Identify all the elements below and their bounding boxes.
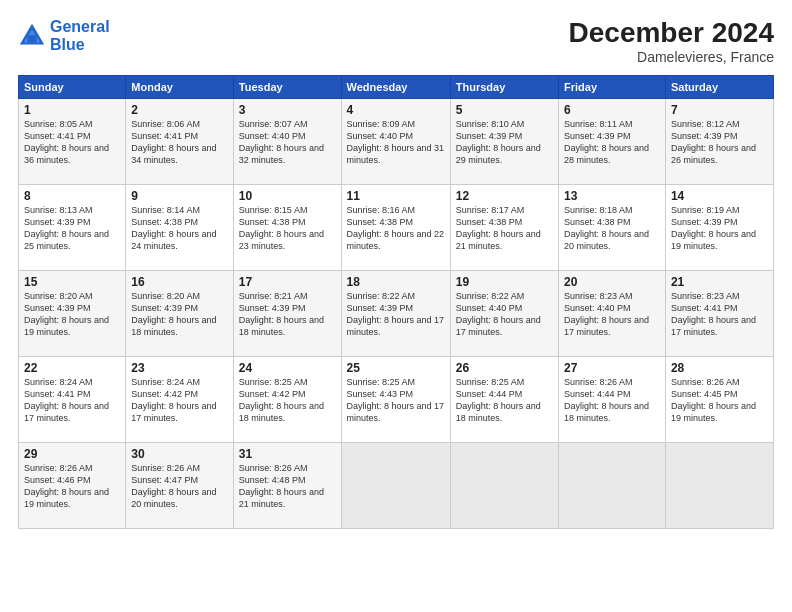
day-number: 17 <box>239 275 336 289</box>
day-detail: Sunrise: 8:11 AM Sunset: 4:39 PM Dayligh… <box>564 118 660 167</box>
day-detail: Sunrise: 8:25 AM Sunset: 4:44 PM Dayligh… <box>456 376 553 425</box>
day-number: 29 <box>24 447 120 461</box>
day-number: 12 <box>456 189 553 203</box>
calendar-week-row: 29 Sunrise: 8:26 AM Sunset: 4:46 PM Dayl… <box>19 442 774 528</box>
day-detail: Sunrise: 8:20 AM Sunset: 4:39 PM Dayligh… <box>24 290 120 339</box>
subtitle: Damelevieres, France <box>569 49 774 65</box>
calendar-cell: 13 Sunrise: 8:18 AM Sunset: 4:38 PM Dayl… <box>559 184 666 270</box>
day-number: 28 <box>671 361 768 375</box>
day-detail: Sunrise: 8:26 AM Sunset: 4:45 PM Dayligh… <box>671 376 768 425</box>
calendar-cell: 17 Sunrise: 8:21 AM Sunset: 4:39 PM Dayl… <box>233 270 341 356</box>
day-detail: Sunrise: 8:16 AM Sunset: 4:38 PM Dayligh… <box>347 204 445 253</box>
day-detail: Sunrise: 8:25 AM Sunset: 4:43 PM Dayligh… <box>347 376 445 425</box>
day-detail: Sunrise: 8:26 AM Sunset: 4:46 PM Dayligh… <box>24 462 120 511</box>
day-detail: Sunrise: 8:15 AM Sunset: 4:38 PM Dayligh… <box>239 204 336 253</box>
calendar-cell: 19 Sunrise: 8:22 AM Sunset: 4:40 PM Dayl… <box>450 270 558 356</box>
day-detail: Sunrise: 8:22 AM Sunset: 4:39 PM Dayligh… <box>347 290 445 339</box>
calendar-cell: 4 Sunrise: 8:09 AM Sunset: 4:40 PM Dayli… <box>341 98 450 184</box>
logo-text: General Blue <box>50 18 110 53</box>
day-number: 23 <box>131 361 228 375</box>
day-number: 7 <box>671 103 768 117</box>
day-detail: Sunrise: 8:26 AM Sunset: 4:44 PM Dayligh… <box>564 376 660 425</box>
day-number: 3 <box>239 103 336 117</box>
calendar-cell: 10 Sunrise: 8:15 AM Sunset: 4:38 PM Dayl… <box>233 184 341 270</box>
day-number: 14 <box>671 189 768 203</box>
day-header-monday: Monday <box>126 75 234 98</box>
day-number: 4 <box>347 103 445 117</box>
calendar-week-row: 8 Sunrise: 8:13 AM Sunset: 4:39 PM Dayli… <box>19 184 774 270</box>
day-number: 16 <box>131 275 228 289</box>
day-number: 22 <box>24 361 120 375</box>
day-number: 26 <box>456 361 553 375</box>
day-number: 21 <box>671 275 768 289</box>
day-number: 19 <box>456 275 553 289</box>
calendar-cell: 16 Sunrise: 8:20 AM Sunset: 4:39 PM Dayl… <box>126 270 234 356</box>
logo: General Blue <box>18 18 110 53</box>
day-number: 5 <box>456 103 553 117</box>
calendar-cell: 5 Sunrise: 8:10 AM Sunset: 4:39 PM Dayli… <box>450 98 558 184</box>
day-header-friday: Friday <box>559 75 666 98</box>
day-detail: Sunrise: 8:07 AM Sunset: 4:40 PM Dayligh… <box>239 118 336 167</box>
svg-rect-2 <box>27 35 36 42</box>
day-number: 30 <box>131 447 228 461</box>
title-block: December 2024 Damelevieres, France <box>569 18 774 65</box>
calendar-week-row: 22 Sunrise: 8:24 AM Sunset: 4:41 PM Dayl… <box>19 356 774 442</box>
day-detail: Sunrise: 8:12 AM Sunset: 4:39 PM Dayligh… <box>671 118 768 167</box>
calendar-cell: 29 Sunrise: 8:26 AM Sunset: 4:46 PM Dayl… <box>19 442 126 528</box>
calendar-week-row: 15 Sunrise: 8:20 AM Sunset: 4:39 PM Dayl… <box>19 270 774 356</box>
calendar-cell: 2 Sunrise: 8:06 AM Sunset: 4:41 PM Dayli… <box>126 98 234 184</box>
calendar-cell: 21 Sunrise: 8:23 AM Sunset: 4:41 PM Dayl… <box>665 270 773 356</box>
calendar-cell: 12 Sunrise: 8:17 AM Sunset: 4:38 PM Dayl… <box>450 184 558 270</box>
day-detail: Sunrise: 8:10 AM Sunset: 4:39 PM Dayligh… <box>456 118 553 167</box>
day-number: 24 <box>239 361 336 375</box>
day-detail: Sunrise: 8:26 AM Sunset: 4:47 PM Dayligh… <box>131 462 228 511</box>
logo-icon <box>18 22 46 50</box>
calendar-cell <box>450 442 558 528</box>
calendar-cell: 26 Sunrise: 8:25 AM Sunset: 4:44 PM Dayl… <box>450 356 558 442</box>
day-number: 1 <box>24 103 120 117</box>
calendar-cell: 18 Sunrise: 8:22 AM Sunset: 4:39 PM Dayl… <box>341 270 450 356</box>
page: General Blue December 2024 Damelevieres,… <box>0 0 792 612</box>
day-detail: Sunrise: 8:13 AM Sunset: 4:39 PM Dayligh… <box>24 204 120 253</box>
calendar-cell: 24 Sunrise: 8:25 AM Sunset: 4:42 PM Dayl… <box>233 356 341 442</box>
day-number: 13 <box>564 189 660 203</box>
day-detail: Sunrise: 8:23 AM Sunset: 4:40 PM Dayligh… <box>564 290 660 339</box>
calendar-cell: 30 Sunrise: 8:26 AM Sunset: 4:47 PM Dayl… <box>126 442 234 528</box>
calendar-cell: 31 Sunrise: 8:26 AM Sunset: 4:48 PM Dayl… <box>233 442 341 528</box>
calendar-header-row: SundayMondayTuesdayWednesdayThursdayFrid… <box>19 75 774 98</box>
calendar-cell: 27 Sunrise: 8:26 AM Sunset: 4:44 PM Dayl… <box>559 356 666 442</box>
day-detail: Sunrise: 8:06 AM Sunset: 4:41 PM Dayligh… <box>131 118 228 167</box>
calendar-cell: 28 Sunrise: 8:26 AM Sunset: 4:45 PM Dayl… <box>665 356 773 442</box>
day-number: 9 <box>131 189 228 203</box>
day-number: 31 <box>239 447 336 461</box>
day-number: 27 <box>564 361 660 375</box>
calendar-cell: 15 Sunrise: 8:20 AM Sunset: 4:39 PM Dayl… <box>19 270 126 356</box>
day-number: 6 <box>564 103 660 117</box>
calendar-cell: 8 Sunrise: 8:13 AM Sunset: 4:39 PM Dayli… <box>19 184 126 270</box>
day-detail: Sunrise: 8:26 AM Sunset: 4:48 PM Dayligh… <box>239 462 336 511</box>
day-header-wednesday: Wednesday <box>341 75 450 98</box>
calendar-cell <box>665 442 773 528</box>
calendar-table: SundayMondayTuesdayWednesdayThursdayFrid… <box>18 75 774 529</box>
day-header-thursday: Thursday <box>450 75 558 98</box>
day-detail: Sunrise: 8:22 AM Sunset: 4:40 PM Dayligh… <box>456 290 553 339</box>
day-header-saturday: Saturday <box>665 75 773 98</box>
calendar-cell: 6 Sunrise: 8:11 AM Sunset: 4:39 PM Dayli… <box>559 98 666 184</box>
day-number: 2 <box>131 103 228 117</box>
day-number: 10 <box>239 189 336 203</box>
calendar-cell: 9 Sunrise: 8:14 AM Sunset: 4:38 PM Dayli… <box>126 184 234 270</box>
day-detail: Sunrise: 8:21 AM Sunset: 4:39 PM Dayligh… <box>239 290 336 339</box>
calendar-cell: 11 Sunrise: 8:16 AM Sunset: 4:38 PM Dayl… <box>341 184 450 270</box>
day-detail: Sunrise: 8:23 AM Sunset: 4:41 PM Dayligh… <box>671 290 768 339</box>
day-detail: Sunrise: 8:19 AM Sunset: 4:39 PM Dayligh… <box>671 204 768 253</box>
calendar-week-row: 1 Sunrise: 8:05 AM Sunset: 4:41 PM Dayli… <box>19 98 774 184</box>
day-detail: Sunrise: 8:14 AM Sunset: 4:38 PM Dayligh… <box>131 204 228 253</box>
day-number: 8 <box>24 189 120 203</box>
day-header-tuesday: Tuesday <box>233 75 341 98</box>
day-detail: Sunrise: 8:09 AM Sunset: 4:40 PM Dayligh… <box>347 118 445 167</box>
main-title: December 2024 <box>569 18 774 49</box>
calendar-cell: 22 Sunrise: 8:24 AM Sunset: 4:41 PM Dayl… <box>19 356 126 442</box>
day-detail: Sunrise: 8:18 AM Sunset: 4:38 PM Dayligh… <box>564 204 660 253</box>
day-number: 18 <box>347 275 445 289</box>
calendar-cell: 20 Sunrise: 8:23 AM Sunset: 4:40 PM Dayl… <box>559 270 666 356</box>
